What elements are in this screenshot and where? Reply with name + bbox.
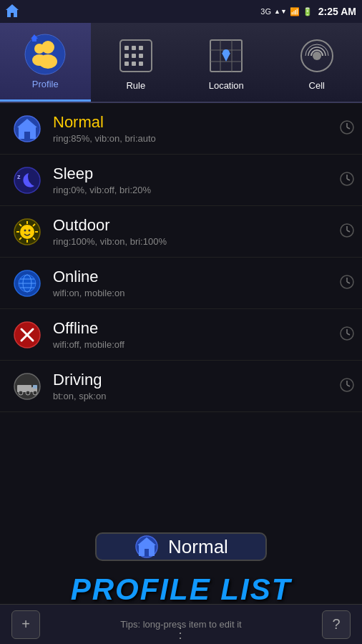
- svg-line-51: [347, 230, 350, 232]
- svg-rect-9: [124, 46, 129, 50]
- rule-tab-icon: [114, 34, 157, 77]
- svg-rect-15: [139, 46, 143, 50]
- status-home-icon: [4, 3, 20, 21]
- svg-point-1: [25, 34, 65, 74]
- offline-icon: [11, 319, 43, 351]
- tab-bar: Profile Rule: [0, 23, 362, 103]
- svg-rect-11: [124, 62, 129, 66]
- help-button[interactable]: ?: [322, 610, 351, 639]
- driving-text: Driving bt:on, spk:on: [53, 371, 351, 401]
- svg-point-26: [313, 52, 321, 60]
- tab-location-label: Location: [209, 80, 244, 91]
- offline-clock: [339, 326, 355, 344]
- normal-clock: [339, 119, 355, 138]
- status-time: 2:25 AM: [318, 6, 356, 17]
- svg-point-71: [19, 391, 23, 395]
- svg-rect-7: [32, 39, 36, 42]
- svg-point-48: [29, 229, 31, 231]
- sleep-clock: [339, 171, 355, 190]
- svg-rect-17: [139, 62, 143, 66]
- outdoor-text: Outdoor ring:100%, vib:on, bri:100%: [53, 216, 351, 247]
- svg-point-47: [24, 229, 26, 231]
- svg-rect-70: [33, 385, 37, 389]
- offline-title: Offline: [53, 319, 351, 338]
- sleep-icon: z: [11, 165, 43, 196]
- svg-line-31: [347, 127, 350, 129]
- cell-tab-icon: [295, 34, 338, 77]
- active-profile-icon: [134, 534, 160, 560]
- online-title: Online: [53, 268, 351, 286]
- profile-row-offline[interactable]: Offline wifi:off, mobile:off: [0, 309, 362, 361]
- active-profile-label: Normal: [168, 536, 228, 558]
- svg-point-5: [39, 54, 57, 69]
- svg-rect-10: [124, 54, 129, 58]
- tab-rule[interactable]: Rule: [91, 23, 182, 102]
- profile-tab-icon: [24, 33, 67, 76]
- driving-title: Driving: [53, 371, 351, 389]
- svg-line-36: [347, 179, 350, 180]
- profile-list: Normal ring:85%, vib:on, bri:auto z Slee…: [0, 103, 362, 518]
- offline-text: Offline wifi:off, mobile:off: [53, 319, 351, 350]
- tab-profile[interactable]: Profile: [0, 23, 91, 102]
- svg-point-38: [20, 225, 34, 239]
- profile-list-title: PROFILE LIST: [71, 572, 292, 607]
- profile-row-outdoor[interactable]: Outdoor ring:100%, vib:on, bri:100%: [0, 206, 362, 258]
- svg-rect-16: [139, 54, 143, 58]
- network-type: 3G: [260, 7, 271, 16]
- outdoor-clock: [339, 223, 355, 241]
- normal-text: Normal ring:85%, vib:on, bri:auto: [53, 113, 351, 144]
- driving-subtitle: bt:on, spk:on: [53, 391, 351, 401]
- profile-row-normal[interactable]: Normal ring:85%, vib:on, bri:auto: [0, 103, 362, 155]
- nav-dots: ⋮: [173, 624, 190, 641]
- tab-profile-label: Profile: [32, 79, 59, 89]
- sleep-title: Sleep: [53, 165, 351, 183]
- active-profile-button[interactable]: Normal: [95, 532, 267, 561]
- online-text: Online wifi:on, mobile:on: [53, 268, 351, 298]
- svg-point-72: [26, 391, 30, 395]
- outdoor-title: Outdoor: [53, 216, 351, 235]
- add-icon: +: [21, 616, 30, 633]
- status-bar: 3G ▲▼ 📶 🔋 2:25 AM: [0, 0, 362, 23]
- driving-icon: [11, 371, 43, 402]
- online-clock: [339, 274, 355, 293]
- outdoor-icon: [11, 216, 43, 248]
- tab-cell-label: Cell: [309, 80, 325, 91]
- online-icon: [11, 268, 43, 299]
- sleep-subtitle: ring:0%, vib:off, bri:20%: [53, 185, 351, 195]
- svg-marker-0: [6, 4, 19, 17]
- svg-rect-12: [132, 46, 136, 50]
- online-subtitle: wifi:on, mobile:on: [53, 288, 351, 298]
- battery-icon: 🔋: [303, 7, 313, 16]
- normal-icon: [11, 113, 43, 145]
- help-icon: ?: [332, 616, 340, 633]
- svg-line-66: [347, 333, 350, 335]
- driving-clock: [339, 377, 355, 396]
- tab-location[interactable]: Location: [181, 23, 272, 102]
- svg-line-60: [347, 282, 350, 283]
- tab-rule-label: Rule: [126, 80, 145, 91]
- svg-point-4: [41, 41, 54, 54]
- normal-subtitle: ring:85%, vib:on, bri:auto: [53, 133, 351, 144]
- profile-row-driving[interactable]: Driving bt:on, spk:on: [0, 361, 362, 412]
- offline-subtitle: wifi:off, mobile:off: [53, 339, 351, 350]
- outdoor-subtitle: ring:100%, vib:on, bri:100%: [53, 236, 351, 247]
- svg-rect-13: [132, 54, 136, 58]
- location-tab-icon: [205, 34, 248, 77]
- sleep-text: Sleep ring:0%, vib:off, bri:20%: [53, 165, 351, 195]
- add-profile-button[interactable]: +: [11, 610, 40, 639]
- profile-row-sleep[interactable]: z Sleep ring:0%, vib:off, bri:20%: [0, 155, 362, 206]
- svg-line-76: [347, 385, 350, 386]
- svg-point-73: [33, 391, 37, 395]
- svg-rect-14: [132, 62, 136, 66]
- signal-bars: 📶: [290, 7, 300, 16]
- tab-cell[interactable]: Cell: [272, 23, 363, 102]
- svg-text:z: z: [17, 173, 21, 180]
- profile-row-online[interactable]: Online wifi:on, mobile:on: [0, 258, 362, 309]
- bottom-section: Normal PROFILE LIST: [0, 518, 362, 604]
- svg-marker-24: [222, 53, 230, 62]
- signal-arrows: ▲▼: [274, 8, 287, 15]
- normal-title: Normal: [53, 113, 351, 132]
